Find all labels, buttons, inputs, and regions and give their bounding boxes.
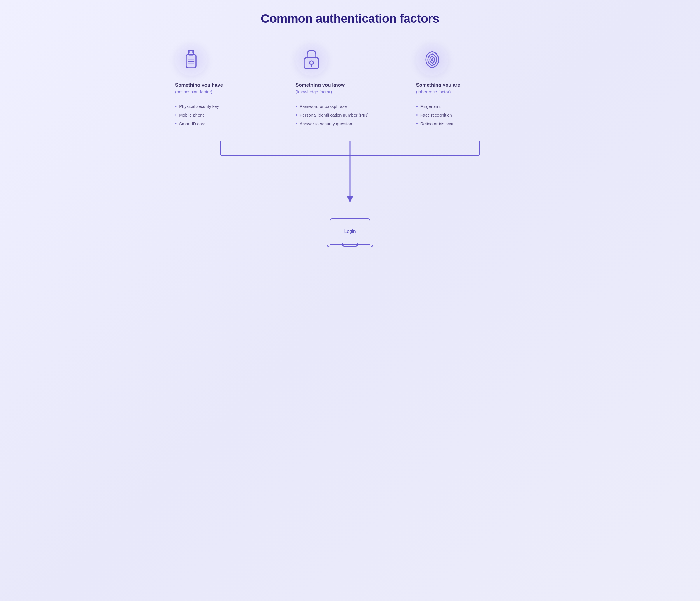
laptop-screen: Login [330,218,370,244]
svg-point-8 [310,61,313,64]
list-item: Physical security key [175,103,219,110]
list-item: Password or passphrase [296,103,369,110]
possession-divider [175,98,284,98]
knowledge-title: Something you know [296,82,345,88]
login-label: Login [344,229,355,234]
connector-section: Login [175,141,525,247]
page-title: Common authentication factors [261,12,439,26]
inherence-divider [416,98,525,98]
usb-icon [175,44,207,76]
knowledge-list: Password or passphrase Personal identifi… [296,103,369,130]
svg-marker-15 [347,195,353,203]
possession-list: Physical security key Mobile phone Smart… [175,103,219,130]
factors-row: Something you have (possession factor) P… [175,44,525,130]
list-item: Fingerprint [416,103,455,110]
factor-inherence: Something you are (inherence factor) Fin… [416,44,525,130]
inherence-title: Something you are [416,82,460,88]
possession-title: Something you have [175,82,223,88]
list-item: Face recognition [416,112,455,118]
inherence-subtitle: (inherence factor) [416,89,451,94]
list-item: Personal identification number (PIN) [296,112,369,118]
lock-icon [296,44,328,76]
possession-subtitle: (possession factor) [175,89,212,94]
list-item: Smart ID card [175,121,219,127]
title-underline [175,29,525,29]
inherence-list: Fingerprint Face recognition Retina or i… [416,103,455,130]
list-item: Answer to security question [296,121,369,127]
knowledge-subtitle: (knowledge factor) [296,89,332,94]
fingerprint-icon [416,44,448,76]
login-laptop: Login [327,218,373,247]
factor-possession: Something you have (possession factor) P… [175,44,284,130]
list-item: Mobile phone [175,112,219,118]
login-section: Login [327,218,373,247]
factor-knowledge: Something you know (knowledge factor) Pa… [296,44,404,130]
svg-rect-2 [189,51,191,53]
laptop-base [327,244,373,247]
page-container: Common authentication factors [175,12,525,247]
knowledge-divider [296,98,404,98]
svg-rect-3 [192,51,193,53]
list-item: Retina or iris scan [416,121,455,127]
connector-svg [175,141,525,218]
